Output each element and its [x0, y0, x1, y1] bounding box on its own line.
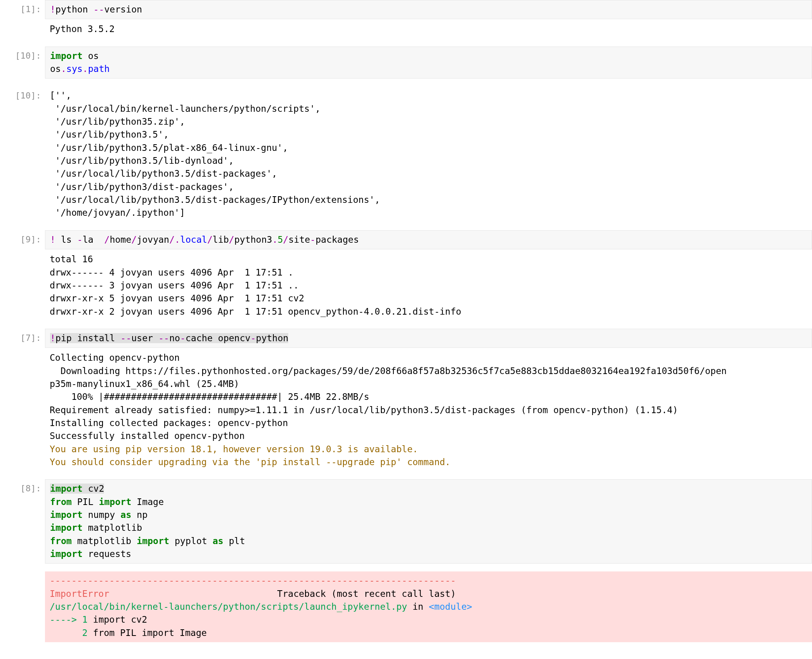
slash-dot-icon: /.: [169, 235, 180, 245]
output-cell: [10]: ['', '/usr/local/bin/kernel-launch…: [0, 86, 812, 222]
dot-op: .: [61, 64, 66, 74]
magic-bang: !: [50, 4, 56, 14]
slash-icon: /: [207, 235, 213, 245]
output-prompt: [10]:: [0, 86, 45, 105]
error-lineno: 2: [50, 628, 88, 638]
error-name: ImportError: [50, 589, 109, 599]
flag-dash: --: [93, 4, 104, 14]
cmd-ls: ls: [61, 235, 77, 245]
kw-import: import: [50, 523, 83, 533]
input-prompt: [9]:: [0, 230, 45, 249]
flag-word: version: [104, 4, 142, 14]
code-text: python: [56, 4, 93, 14]
kw-import: import: [50, 510, 83, 520]
stdout-output: Python 3.5.2: [45, 20, 812, 38]
output-prompt: [0, 20, 45, 26]
literal-number: 5: [278, 235, 283, 245]
traceback-label: Traceback (most recent call last): [277, 589, 456, 599]
error-cell: ----------------------------------------…: [0, 571, 812, 642]
dot-op: .: [83, 64, 88, 74]
kw-import: import: [50, 51, 83, 61]
kw-import: import: [99, 497, 131, 507]
error-arrow: ----> 1: [50, 614, 88, 625]
selected-text: import cv2: [50, 484, 104, 494]
magic-bang: !: [50, 235, 56, 245]
code-input[interactable]: import cv2 from PIL import Image import …: [45, 479, 812, 564]
kw-from: from: [50, 536, 72, 546]
kw-from: from: [50, 497, 72, 507]
kw-import: import: [50, 484, 83, 494]
selected-text: !pip install --user --no-cache opencv-py…: [50, 333, 288, 343]
stdout-output: Collecting opencv-python Downloading htt…: [45, 349, 812, 471]
kw-import: import: [137, 536, 169, 546]
result-output: ['', '/usr/local/bin/kernel-launchers/py…: [45, 86, 812, 222]
kw-as: as: [212, 536, 223, 546]
input-prompt: [10]:: [0, 47, 45, 65]
slash-icon: /: [283, 235, 289, 245]
dash-icon: -: [250, 333, 256, 343]
input-prompt: [8]:: [0, 479, 45, 498]
code-cell[interactable]: [1]: !python --version: [0, 0, 812, 19]
input-prompt: [1]:: [0, 0, 45, 19]
error-module: <module>: [429, 602, 472, 612]
code-input[interactable]: ! ls -la /home/jovyan/.local/lib/python3…: [45, 230, 812, 249]
dash-icon: -: [180, 333, 185, 343]
output-prompt: [0, 571, 45, 578]
code-input[interactable]: !python --version: [45, 0, 812, 19]
code-input[interactable]: import os os.sys.path: [45, 47, 812, 79]
output-prompt: [0, 250, 45, 256]
pip-stdout: Collecting opencv-python Downloading htt…: [50, 353, 727, 441]
code-cell[interactable]: [10]: import os os.sys.path: [0, 47, 812, 79]
error-path: /usr/local/bin/kernel-launchers/python/s…: [50, 602, 407, 612]
kw-import: import: [50, 549, 83, 559]
pip-warning: You are using pip version 18.1, however …: [50, 444, 451, 467]
slash-icon: /: [104, 235, 110, 245]
output-cell: Python 3.5.2: [0, 20, 812, 38]
dash-icon: -: [310, 235, 316, 245]
dot-op: .: [272, 235, 278, 245]
code-cell[interactable]: [7]: !pip install --user --no-cache open…: [0, 329, 812, 348]
output-cell: total 16 drwx------ 4 jovyan users 4096 …: [0, 250, 812, 321]
traceback-output: ----------------------------------------…: [45, 571, 812, 642]
jupyter-notebook: [1]: !python --version Python 3.5.2 [10]…: [0, 0, 812, 642]
magic-bang: !: [50, 333, 56, 343]
code-input[interactable]: !pip install --user --no-cache opencv-py…: [45, 329, 812, 348]
attr-path: path: [88, 64, 110, 74]
slash-icon: /: [229, 235, 234, 245]
output-prompt: [0, 349, 45, 355]
error-divider: ----------------------------------------…: [50, 575, 456, 586]
dash-icon: -: [77, 235, 83, 245]
code-cell[interactable]: [9]: ! ls -la /home/jovyan/.local/lib/py…: [0, 230, 812, 249]
path-local: local: [180, 235, 207, 245]
dash-icon: --: [120, 333, 131, 343]
slash-icon: /: [131, 235, 137, 245]
code-cell[interactable]: [8]: import cv2 from PIL import Image im…: [0, 479, 812, 564]
dash-icon: --: [158, 333, 169, 343]
flag-la: la: [83, 235, 104, 245]
kw-as: as: [120, 510, 131, 520]
code-text: os: [83, 51, 99, 61]
output-cell: Collecting opencv-python Downloading htt…: [0, 349, 812, 471]
input-prompt: [7]:: [0, 329, 45, 347]
stdout-output: total 16 drwx------ 4 jovyan users 4096 …: [45, 250, 812, 321]
attr-sys: sys: [66, 64, 83, 74]
code-text: os: [50, 64, 61, 74]
